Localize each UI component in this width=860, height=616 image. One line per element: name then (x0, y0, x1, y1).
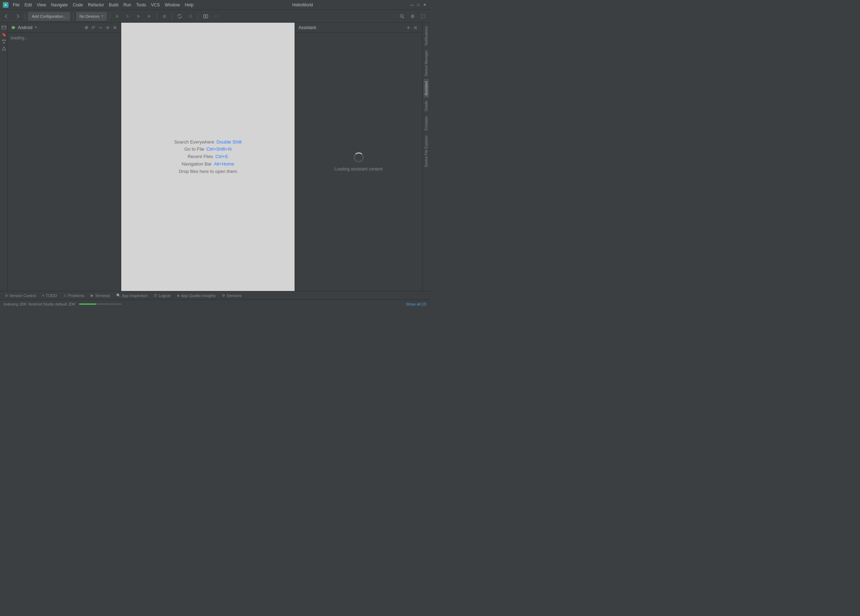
version-control-tab[interactable]: ⊘ Version Control (2, 292, 39, 299)
version-control-icon: ⊘ (5, 293, 8, 297)
problems-label: Problems (68, 293, 84, 298)
app-inspection-icon: 🔍 (116, 293, 121, 297)
menu-refactor[interactable]: Refactor (86, 2, 106, 8)
sync-button[interactable] (175, 12, 184, 21)
assistant-panel-title: Assistant: (298, 25, 317, 30)
project-tab-icon[interactable] (1, 24, 7, 30)
no-devices-button[interactable]: No Devices ▼ (76, 12, 107, 20)
add-configuration-button[interactable]: Add Configuration... (28, 12, 70, 20)
svg-rect-17 (3, 42, 5, 43)
menu-run[interactable]: Run (121, 2, 133, 8)
dropdown-arrow-icon: ▼ (101, 14, 104, 18)
debug-button[interactable] (123, 12, 133, 21)
structure-icon[interactable] (1, 38, 7, 45)
hint-search: Search Everywhere Double Shift (174, 139, 242, 146)
device-mirror-button[interactable] (201, 12, 210, 21)
version-control-label: Version Control (9, 293, 36, 298)
project-collapse-icon[interactable] (97, 25, 104, 31)
project-dropdown-arrow-icon[interactable]: ▼ (35, 26, 37, 29)
left-strip: 🔖 (0, 23, 8, 291)
menu-file[interactable]: File (11, 2, 22, 8)
svg-point-2 (127, 16, 129, 17)
status-bar: Indexing JDK 'Android Studio default JDK… (0, 299, 430, 308)
assistant-settings-icon[interactable] (405, 25, 411, 31)
bookmarks-icon[interactable]: 🔖 (1, 31, 7, 38)
services-label: Services (226, 293, 242, 298)
loading-text: loading... (11, 35, 28, 41)
menu-build[interactable]: Build (107, 2, 121, 8)
profile-button[interactable] (144, 12, 154, 21)
services-tab[interactable]: ⚙ Services (219, 292, 244, 299)
menu-help[interactable]: Help (182, 2, 196, 8)
project-close-icon[interactable] (111, 25, 118, 31)
project-settings-icon[interactable] (105, 25, 111, 31)
menu-window[interactable]: Window (163, 2, 182, 8)
todo-tab[interactable]: ≡ TODO (39, 292, 60, 299)
app-quality-label: App Quality Insights (181, 293, 216, 298)
hint-search-shortcut: Double Shift (217, 139, 242, 146)
device-manager-tab[interactable]: Device Manager (424, 48, 429, 78)
svg-line-22 (14, 26, 14, 27)
emulator-tab[interactable]: Emulator (424, 114, 429, 133)
svg-rect-13 (422, 14, 425, 18)
editor-hints: Search Everywhere Double Shift Go to Fil… (174, 139, 242, 176)
app-inspection-label: App Inspection (122, 293, 148, 298)
forward-button[interactable] (13, 12, 22, 21)
back-button[interactable] (2, 12, 11, 21)
menu-edit[interactable]: Edit (22, 2, 34, 8)
assistant-content: Loading assistant content (295, 33, 422, 291)
menu-view[interactable]: View (35, 2, 48, 8)
hint-goto-label: Go to File (184, 146, 204, 153)
build-variants-icon[interactable] (1, 45, 7, 52)
run-button[interactable] (113, 12, 122, 21)
app-inspection-tab[interactable]: 🔍 App Inspection (113, 292, 151, 299)
svg-rect-15 (2, 40, 3, 41)
notifications-tab[interactable]: Notifications (424, 24, 429, 47)
coverage-button[interactable] (134, 12, 143, 21)
logcat-tab[interactable]: ☰ Logcat (151, 292, 173, 299)
svg-line-11 (403, 17, 405, 19)
svg-point-31 (408, 27, 409, 28)
show-all-button[interactable]: Show all (2) (406, 302, 427, 306)
minimize-button[interactable]: — (410, 3, 414, 8)
toolbar-separator-1 (25, 13, 25, 20)
gradle-tab[interactable]: Gradle (424, 99, 429, 113)
svg-line-21 (12, 26, 13, 27)
project-title: HelloWorld (292, 3, 313, 8)
loading-spinner (354, 152, 364, 162)
todo-icon: ≡ (42, 293, 44, 297)
hint-search-label: Search Everywhere (174, 139, 214, 146)
assistant-tab[interactable]: Assistant (424, 79, 429, 98)
bottom-toolbar: ⊘ Version Control ≡ TODO ⚠ Problems ▶ Te… (0, 291, 430, 299)
svg-point-28 (107, 27, 108, 28)
svg-point-7 (190, 16, 191, 17)
stop-button[interactable] (160, 12, 169, 21)
maximize-panel-button[interactable] (419, 12, 428, 21)
assistant-close-icon[interactable] (412, 25, 419, 31)
app-quality-insights-tab[interactable]: ◈ App Quality Insights (174, 292, 219, 299)
menu-vcs[interactable]: VCS (149, 2, 162, 8)
window-controls: — □ ✕ (410, 3, 427, 8)
svg-rect-9 (206, 14, 208, 18)
close-button[interactable]: ✕ (422, 3, 427, 8)
menu-navigate[interactable]: Navigate (49, 2, 70, 8)
loading-message: Loading assistant content (334, 166, 383, 172)
menu-tools[interactable]: Tools (134, 2, 148, 8)
svg-rect-8 (204, 14, 205, 18)
problems-tab[interactable]: ⚠ Problems (61, 292, 87, 299)
logcat-label: Logcat (159, 293, 170, 298)
hint-nav-bar: Navigation Bar Alt+Home (174, 161, 242, 168)
toolbar: Add Configuration... No Devices ▼ (0, 10, 430, 23)
settings-button[interactable] (408, 12, 417, 21)
device-file-explorer-tab[interactable]: Device File Explorer (424, 133, 429, 169)
menu-code[interactable]: Code (71, 2, 85, 8)
terminal-tab[interactable]: ▶ Terminal (88, 292, 113, 299)
maximize-button[interactable]: □ (416, 3, 421, 8)
attach-debugger-button[interactable] (186, 12, 195, 21)
indexing-progress-fill (79, 303, 96, 305)
pair-devices-button[interactable] (212, 12, 221, 21)
todo-label: TODO (46, 293, 57, 298)
search-button[interactable] (397, 12, 406, 21)
project-sort-icon[interactable] (90, 25, 97, 31)
project-scope-icon[interactable] (83, 25, 90, 31)
